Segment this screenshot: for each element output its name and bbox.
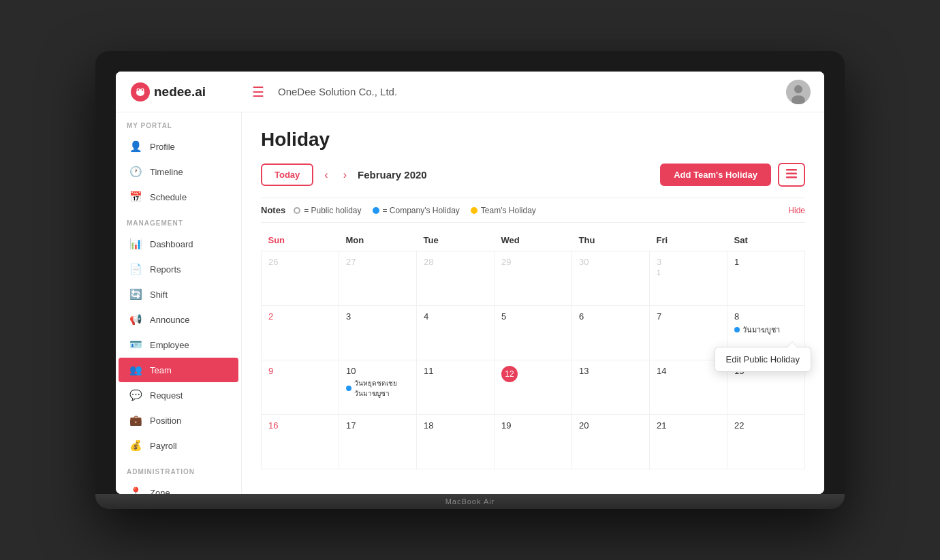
sidebar-item-reports[interactable]: 📄 Reports bbox=[119, 257, 238, 281]
company-name: OneDee Solution Co., Ltd. bbox=[278, 86, 786, 97]
app-header: nedee.ai ☰ OneDee Solution Co., Ltd. bbox=[116, 72, 824, 112]
sidebar-item-employee[interactable]: 🪪 Employee bbox=[119, 332, 238, 357]
profile-icon: 👤 bbox=[129, 140, 142, 153]
sidebar-label-team: Team bbox=[150, 365, 172, 375]
hamburger-icon[interactable]: ☰ bbox=[252, 84, 264, 100]
sidebar-item-dashboard[interactable]: 📊 Dashboard bbox=[119, 232, 238, 256]
calendar-cell[interactable]: 3 bbox=[339, 306, 417, 360]
calendar-table: Sun Mon Tue Wed Thu Fri Sat bbox=[261, 230, 805, 469]
avatar-image bbox=[786, 80, 811, 104]
next-month-button[interactable]: › bbox=[339, 166, 351, 184]
sidebar-label-payroll: Payroll bbox=[150, 441, 177, 451]
day-number-today: 12 bbox=[501, 366, 518, 382]
sidebar-item-request[interactable]: 💬 Request bbox=[119, 383, 238, 407]
list-view-button[interactable] bbox=[778, 163, 805, 187]
calendar-cell[interactable]: 4 bbox=[417, 306, 495, 360]
day-number: 21 bbox=[657, 420, 666, 431]
day-number: 29 bbox=[501, 257, 511, 267]
calendar-cell[interactable]: 26 bbox=[262, 251, 339, 306]
header-tue: Tue bbox=[417, 230, 495, 251]
calendar-cell[interactable]: 19 bbox=[495, 415, 572, 469]
header-wed: Wed bbox=[495, 230, 572, 251]
calendar-cell[interactable]: 29 bbox=[495, 251, 572, 306]
calendar-cell[interactable]: 16 bbox=[262, 415, 339, 469]
svg-point-7 bbox=[794, 85, 802, 93]
tooltip-arrow bbox=[787, 342, 797, 347]
day-number: 18 bbox=[424, 420, 433, 431]
day-number: 8 bbox=[734, 311, 739, 322]
sidebar-item-schedule[interactable]: 📅 Schedule bbox=[119, 185, 238, 209]
sub-text: 1 bbox=[657, 269, 661, 277]
day-number: 16 bbox=[268, 420, 278, 431]
sidebar-label-request: Request bbox=[150, 390, 183, 401]
sidebar-section-administration: ADMINISTRATION 📍 Zone bbox=[116, 458, 241, 494]
calendar-cell[interactable]: 17 bbox=[339, 415, 417, 469]
calendar-cell[interactable]: 5 bbox=[495, 306, 572, 360]
laptop-base: MacBook Air bbox=[95, 494, 845, 509]
calendar-cell[interactable]: 22 bbox=[727, 415, 805, 469]
calendar-cell[interactable]: 28 bbox=[417, 251, 495, 306]
sidebar-item-zone[interactable]: 📍 Zone bbox=[119, 480, 238, 494]
svg-rect-10 bbox=[786, 173, 797, 175]
prev-month-button[interactable]: ‹ bbox=[320, 166, 332, 184]
team-icon: 👥 bbox=[129, 364, 142, 376]
day-number: 5 bbox=[501, 311, 506, 322]
day-number: 1 bbox=[734, 257, 739, 267]
day-number: 20 bbox=[579, 420, 589, 431]
day-number: 30 bbox=[579, 257, 589, 267]
add-holiday-button[interactable]: Add Team's Holiday bbox=[660, 164, 771, 186]
sidebar-item-team[interactable]: 👥 Team bbox=[119, 358, 238, 382]
day-number: 26 bbox=[268, 257, 278, 267]
calendar-cell[interactable]: 12 bbox=[495, 360, 572, 415]
day-number: 13 bbox=[579, 366, 589, 376]
dashboard-icon: 📊 bbox=[129, 238, 142, 250]
legend-team-text: Team's Holiday bbox=[481, 206, 536, 215]
calendar-cell[interactable]: 20 bbox=[572, 415, 650, 469]
calendar-header-row: Sun Mon Tue Wed Thu Fri Sat bbox=[262, 230, 805, 251]
calendar-cell[interactable]: 21 bbox=[650, 415, 727, 469]
header-fri: Fri bbox=[650, 230, 727, 251]
calendar-cell[interactable]: 1 bbox=[727, 251, 805, 306]
legend-public-text: = Public holiday bbox=[304, 206, 361, 215]
sidebar-label-announce: Announce bbox=[150, 315, 190, 325]
calendar-cell[interactable]: 6 bbox=[572, 306, 650, 360]
day-number: 22 bbox=[734, 420, 744, 431]
calendar-cell[interactable]: 9 bbox=[262, 360, 339, 415]
calendar-cell[interactable]: 10 วันหยุดชดเชยวันมาฆบูชา bbox=[339, 360, 417, 415]
calendar-cell[interactable]: 8 วันมาฆบูชา Edit Pub bbox=[727, 306, 805, 360]
day-number: 27 bbox=[346, 257, 356, 267]
calendar-cell[interactable]: 11 bbox=[417, 360, 495, 415]
sidebar-item-timeline[interactable]: 🕐 Timeline bbox=[119, 159, 238, 184]
sidebar-section-my-portal: MY PORTAL 👤 Profile 🕐 Timeline 📅 Schedul… bbox=[116, 112, 241, 209]
today-button[interactable]: Today bbox=[261, 164, 313, 186]
shift-icon: 🔄 bbox=[129, 288, 142, 300]
payroll-icon: 💰 bbox=[129, 439, 142, 452]
sidebar-item-profile[interactable]: 👤 Profile bbox=[119, 134, 238, 159]
day-number: 19 bbox=[501, 420, 511, 431]
avatar[interactable] bbox=[786, 80, 811, 104]
calendar-cell[interactable]: 30 bbox=[572, 251, 650, 306]
calendar-cell[interactable]: 27 bbox=[339, 251, 417, 306]
month-label: February 2020 bbox=[358, 169, 653, 181]
header-sat: Sat bbox=[727, 230, 805, 251]
calendar-cell[interactable]: 2 bbox=[262, 306, 339, 360]
logo-icon bbox=[129, 81, 151, 103]
sidebar: MY PORTAL 👤 Profile 🕐 Timeline 📅 Schedul… bbox=[116, 112, 242, 494]
logo: nedee.ai bbox=[129, 81, 252, 103]
day-number: 7 bbox=[657, 311, 661, 322]
calendar-cell[interactable]: 18 bbox=[417, 415, 495, 469]
dot-company bbox=[373, 207, 379, 214]
notes-bar: Notes = Public holiday = Company's Holid… bbox=[261, 198, 805, 223]
sidebar-item-payroll[interactable]: 💰 Payroll bbox=[119, 433, 238, 458]
event-text: วันมาฆบูชา bbox=[742, 324, 780, 336]
sidebar-item-shift[interactable]: 🔄 Shift bbox=[119, 282, 238, 307]
hide-notes-button[interactable]: Hide bbox=[788, 206, 805, 215]
tooltip-popup: Edit Public Holiday bbox=[715, 347, 811, 372]
main-layout: MY PORTAL 👤 Profile 🕐 Timeline 📅 Schedul… bbox=[116, 112, 824, 494]
calendar-cell[interactable]: 3 1 bbox=[650, 251, 727, 306]
sidebar-item-announce[interactable]: 📢 Announce bbox=[119, 307, 238, 332]
calendar-cell[interactable]: 13 bbox=[572, 360, 650, 415]
svg-point-4 bbox=[138, 89, 139, 90]
employee-icon: 🪪 bbox=[129, 339, 142, 351]
sidebar-item-position[interactable]: 💼 Position bbox=[119, 408, 238, 433]
